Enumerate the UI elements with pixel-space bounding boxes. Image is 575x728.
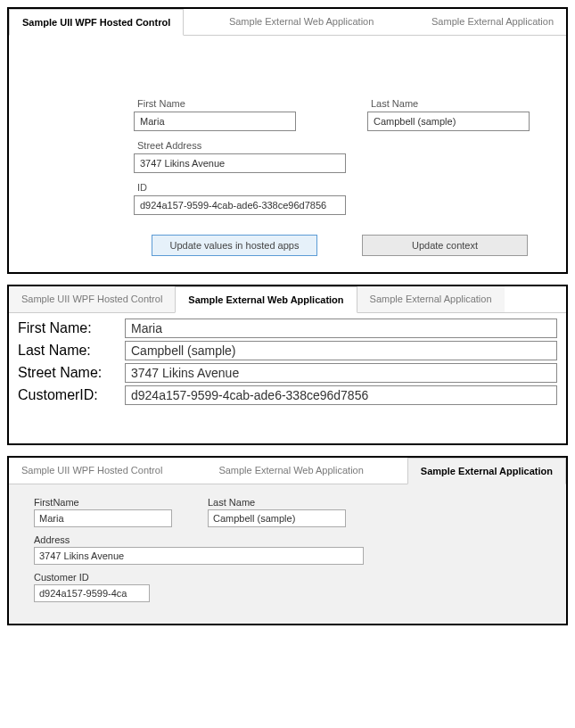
- panel-external-web-application: Sample UII WPF Hosted Control Sample Ext…: [7, 285, 568, 445]
- tab-wpf[interactable]: Sample UII WPF Hosted Control: [9, 458, 175, 484]
- tab-ext[interactable]: Sample External Application: [357, 286, 505, 313]
- first-name-input[interactable]: [125, 318, 557, 338]
- tab-ext[interactable]: Sample External Application: [419, 9, 566, 36]
- street-name-label: Street Name:: [18, 365, 125, 381]
- id-input[interactable]: [134, 195, 346, 215]
- first-name-input[interactable]: [34, 509, 172, 527]
- last-name-input[interactable]: [367, 112, 530, 131]
- customer-id-input[interactable]: [34, 584, 150, 602]
- last-name-label: Last Name:: [18, 343, 125, 359]
- last-name-input[interactable]: [208, 509, 346, 527]
- panel-wpf-hosted-control: Sample UII WPF Hosted Control Sample Ext…: [7, 7, 568, 274]
- tab-wpf[interactable]: Sample UII WPF Hosted Control: [9, 9, 184, 36]
- customer-id-label: Customer ID: [34, 572, 552, 583]
- tab-strip: Sample UII WPF Hosted Control Sample Ext…: [9, 458, 566, 484]
- tab-wpf[interactable]: Sample UII WPF Hosted Control: [9, 286, 175, 313]
- panel-external-application: Sample UII WPF Hosted Control Sample Ext…: [7, 456, 568, 625]
- first-name-input[interactable]: [134, 112, 296, 131]
- update-values-button[interactable]: Update values in hosted apps: [152, 235, 317, 256]
- id-label: ID: [134, 182, 548, 193]
- first-name-label: First Name:: [18, 320, 125, 336]
- last-name-input[interactable]: [125, 341, 557, 360]
- street-address-label: Street Address: [134, 140, 548, 151]
- tab-web[interactable]: Sample External Web Application: [217, 9, 386, 36]
- street-address-input[interactable]: [134, 153, 346, 173]
- first-name-label: FirstName: [34, 497, 172, 508]
- address-label: Address: [34, 534, 552, 545]
- street-name-input[interactable]: [125, 363, 557, 383]
- customer-id-label: CustomerID:: [18, 387, 125, 403]
- last-name-label: Last Name: [367, 98, 530, 109]
- tab-ext[interactable]: Sample External Application: [407, 458, 566, 484]
- first-name-label: First Name: [134, 98, 296, 109]
- update-context-button[interactable]: Update context: [362, 235, 528, 256]
- last-name-label: Last Name: [208, 497, 346, 508]
- tab-web[interactable]: Sample External Web Application: [175, 286, 357, 313]
- tab-strip: Sample UII WPF Hosted Control Sample Ext…: [9, 286, 566, 313]
- address-input[interactable]: [34, 547, 364, 565]
- tab-strip: Sample UII WPF Hosted Control Sample Ext…: [9, 9, 566, 36]
- tab-web[interactable]: Sample External Web Application: [206, 458, 375, 484]
- customer-id-input[interactable]: [125, 385, 557, 405]
